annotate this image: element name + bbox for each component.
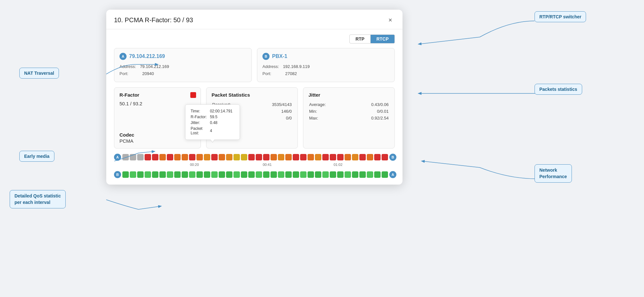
dot[interactable] [330,171,336,178]
dot[interactable] [219,171,225,178]
dot[interactable] [159,171,166,178]
dot[interactable] [204,171,210,178]
dot[interactable] [345,154,351,160]
close-button[interactable]: × [386,15,395,24]
dot[interactable] [322,154,329,160]
tooltip-packet-lost-value: 4 [210,126,234,136]
dot[interactable] [145,171,151,178]
dot[interactable] [122,154,129,160]
dot[interactable] [256,171,262,178]
dot[interactable] [359,154,366,160]
dot[interactable] [367,171,373,178]
dot[interactable] [182,171,188,178]
codec-section: Codec PCMA [119,132,195,144]
dot[interactable] [308,171,314,178]
endpoint-a-card: A 79.104.212.169 Address: 79.104.212.169… [114,48,252,82]
dot[interactable] [137,154,144,160]
tooltip-jitter-label: Jitter: [191,120,209,125]
dot[interactable] [374,154,381,160]
dot[interactable] [241,171,247,178]
rfactor-card: R-Factor 50.1 / 93.2 Time: 02:00:14.791 … [114,87,201,148]
dot[interactable] [145,154,151,160]
dot[interactable] [285,171,292,178]
dot[interactable] [300,171,307,178]
dot[interactable] [174,171,181,178]
dot[interactable] [270,171,277,178]
dot[interactable] [300,154,307,160]
dot[interactable] [315,154,321,160]
dot[interactable] [345,171,351,178]
tooltip-arrow-inner [210,139,215,142]
dot[interactable] [285,154,292,160]
dot[interactable] [174,154,181,160]
timeline-dots-b [122,171,388,178]
dot[interactable] [226,154,232,160]
rtp-button[interactable]: RTP [349,34,371,43]
dot[interactable] [248,171,255,178]
dot[interactable] [382,171,388,178]
rfactor-value: 50.1 / 93.2 [119,101,195,106]
dot[interactable] [189,154,195,160]
endpoint-b-card: B PBX-1 Address: 192.168.9.119 Port: 270… [257,48,395,82]
jitter-title: Jitter [308,92,389,98]
rtcp-button[interactable]: RTCP [371,34,395,43]
dot[interactable] [337,154,344,160]
timeline-badge-a: A [114,154,121,161]
dot[interactable] [196,171,203,178]
dot[interactable] [204,154,210,160]
dot[interactable] [130,171,136,178]
dot[interactable] [211,171,218,178]
dot[interactable] [248,154,255,160]
dot[interactable] [196,154,203,160]
dot[interactable] [293,154,299,160]
dot[interactable] [219,154,225,160]
tooltip-jitter-value: 0.48 [210,120,234,125]
dot[interactable] [337,171,344,178]
dot[interactable] [330,154,336,160]
dot[interactable] [256,154,262,160]
dot[interactable] [226,171,232,178]
timestamp-1: 00:20 [190,163,199,167]
dot[interactable] [315,171,321,178]
dot[interactable] [382,154,388,160]
timeline-dots-a [122,154,388,160]
dot[interactable] [233,171,240,178]
dot[interactable] [241,154,247,160]
dot[interactable] [270,154,277,160]
dot[interactable] [322,171,329,178]
dot[interactable] [211,154,218,160]
dot[interactable] [374,171,381,178]
dot[interactable] [167,171,173,178]
endpoint-a-header: A 79.104.212.169 [119,53,246,60]
dot[interactable] [308,154,314,160]
annotation-nat-traversal: NAT Traversal [19,68,59,79]
annotation-detailed-qos: Detailed QoS statisticper each interval [10,190,66,208]
tooltip-table: Time: 02:00:14.791 R-Factor: 59.5 Jitter… [190,108,235,136]
dot[interactable] [167,154,173,160]
dot[interactable] [137,171,144,178]
dot[interactable] [130,154,136,160]
dot[interactable] [293,171,299,178]
dot[interactable] [122,171,129,178]
dot[interactable] [278,171,284,178]
timestamp-3: 01:02 [334,163,343,167]
timeline-row-a: A [114,154,395,161]
dot[interactable] [159,154,166,160]
tooltip-packet-lost-label: Packet Lost: [191,126,209,136]
dot[interactable] [152,154,158,160]
dot[interactable] [278,154,284,160]
dot[interactable] [359,171,366,178]
packet-stats-title: Packet Statistics [212,92,292,98]
dot[interactable] [233,154,240,160]
endpoint-a-badge: A [119,53,127,60]
timeline-row-b: B [114,171,395,178]
dot[interactable] [263,154,270,160]
dot[interactable] [263,171,270,178]
dot[interactable] [189,171,195,178]
dot[interactable] [352,171,358,178]
dot[interactable] [182,154,188,160]
modal-header: 10. PCMA R-Factor: 50 / 93 × [106,10,402,29]
dot[interactable] [152,171,158,178]
dot[interactable] [352,154,358,160]
dot[interactable] [367,154,373,160]
